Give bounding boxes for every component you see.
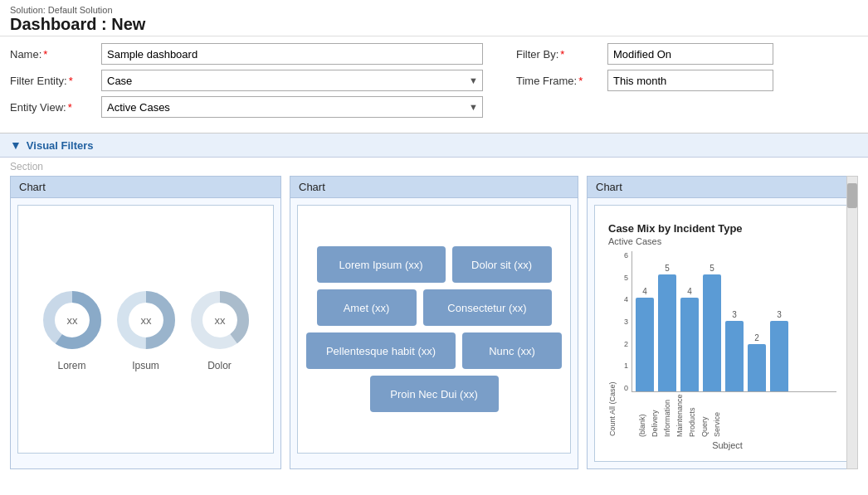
entity-view-label: Entity View:* (10, 101, 101, 114)
filter-entity-select[interactable]: Case (101, 70, 483, 91)
chart2-inner: Lorem Ipsum (xx) Dolor sit (xx) Amet (xx… (297, 205, 571, 454)
donut1-label: Lorem (57, 360, 85, 371)
donut-item-3: xx Dolor (187, 287, 253, 371)
bubble-nunc: Nunc (xx) (462, 332, 562, 369)
svg-text:xx: xx (214, 314, 226, 327)
donuts-row: xx Lorem xx Ipsu (18, 279, 273, 380)
time-frame-input[interactable] (607, 70, 773, 91)
donut3-label: Dolor (207, 360, 232, 371)
bubble-row-4: Proin Nec Dui (xx) (370, 376, 499, 412)
bubble-row-2: Amet (xx) Consectetur (xx) (317, 289, 552, 326)
donut-svg-2: xx (113, 287, 179, 353)
x-axis-label: Subject (618, 440, 836, 450)
xlabel-delivery: Delivery (651, 396, 659, 437)
bar-service: 3 (770, 251, 788, 391)
bubble-row-1: Lorem Ipsum (xx) Dolor sit (xx) (317, 246, 552, 283)
xlabel-service: Service (713, 396, 721, 437)
donut-svg-1: xx (39, 287, 105, 353)
donut-item-1: xx Lorem (39, 287, 105, 371)
filter-entity-label: Filter Entity:* (10, 75, 101, 87)
chart-card-3: Chart Case Mix by Incident Type Active C… (587, 176, 858, 469)
filter-by-input[interactable] (607, 43, 773, 65)
donuts-area: xx Lorem xx Ipsu (18, 209, 273, 449)
xlabel-query: Query (700, 396, 709, 437)
solution-label: Solution: Default Solution (10, 5, 858, 15)
donut2-label: Ipsum (132, 360, 159, 371)
barchart-area: Case Mix by Incident Type Active Cases C… (602, 214, 843, 454)
entity-view-select-wrap[interactable]: Active Cases ▼ (101, 96, 483, 118)
bars-container: 4 5 (631, 251, 836, 392)
name-label: Name:* (10, 48, 101, 61)
bubble-proin: Proin Nec Dui (xx) (370, 376, 499, 412)
xlabel-information: Information (663, 396, 671, 437)
donut-item-2: xx Ipsum (113, 287, 179, 371)
section-label: Section (0, 158, 868, 176)
barchart-subtitle: Active Cases (608, 236, 836, 246)
form-section: Name:* Filter Entity:* Case ▼ Entity Vie… (0, 36, 868, 129)
bubble-lorem-ipsum: Lorem Ipsum (xx) (317, 246, 446, 283)
name-input[interactable] (101, 43, 483, 65)
scrollbar-thumb (847, 183, 857, 208)
visual-filters-section: ▼ Visual Filters Section Chart (0, 133, 868, 479)
bubble-dolor-sit: Dolor sit (xx) (452, 246, 552, 283)
x-labels: (blank) Delivery Information Maintenance… (618, 392, 836, 437)
charts-row: Chart xx Lorem (0, 176, 868, 479)
bubble-amet: Amet (xx) (317, 289, 417, 326)
visual-filters-title: Visual Filters (27, 139, 94, 152)
bar-query: 2 (748, 251, 766, 391)
y-axis: 6 5 4 3 2 1 0 (618, 251, 631, 392)
bubble-row-3: Pellentesque habit (xx) Nunc (xx) (306, 332, 562, 369)
bubble-pellentesque: Pellentesque habit (xx) (306, 332, 456, 369)
entity-view-select[interactable]: Active Cases (101, 96, 483, 118)
bar-blank: 4 (636, 251, 654, 391)
bar-maintenance: 5 (703, 251, 721, 391)
svg-text:xx: xx (140, 314, 152, 327)
chart3-header: Chart (588, 177, 857, 198)
chart-card-1: Chart xx Lorem (10, 176, 281, 469)
time-frame-label: Time Frame:* (516, 75, 607, 87)
bar-products: 3 (725, 251, 744, 391)
chart3-inner: Case Mix by Incident Type Active Cases C… (594, 205, 851, 462)
bar-information: 4 (680, 251, 699, 391)
svg-text:xx: xx (66, 314, 78, 327)
barchart-y-label: Count All (Case) (608, 367, 617, 450)
filter-entity-select-wrap[interactable]: Case ▼ (101, 70, 483, 91)
chart-card-2: Chart Lorem Ipsum (xx) Dolor sit (xx) Am… (290, 176, 578, 469)
bar-delivery: 5 (658, 251, 676, 391)
filter-by-label: Filter By:* (516, 48, 607, 61)
donut-svg-3: xx (187, 287, 253, 353)
xlabel-blank: (blank) (638, 396, 646, 437)
barchart-title: Case Mix by Incident Type (608, 222, 836, 235)
page-title: Dashboard : New (10, 15, 858, 34)
xlabel-maintenance: Maintenance (675, 396, 684, 437)
xlabel-products: Products (688, 396, 696, 437)
bubbles-area: Lorem Ipsum (xx) Dolor sit (xx) Amet (xx… (298, 209, 570, 449)
scrollbar[interactable] (846, 176, 858, 469)
visual-filters-header: ▼ Visual Filters (0, 133, 868, 158)
bubble-consectetur: Consectetur (xx) (423, 289, 552, 326)
chart1-inner: xx Lorem xx Ipsu (17, 205, 274, 454)
collapse-icon[interactable]: ▼ (10, 138, 22, 152)
chart2-header: Chart (290, 177, 578, 198)
chart1-header: Chart (11, 177, 280, 198)
top-bar: Solution: Default Solution Dashboard : N… (0, 0, 868, 36)
